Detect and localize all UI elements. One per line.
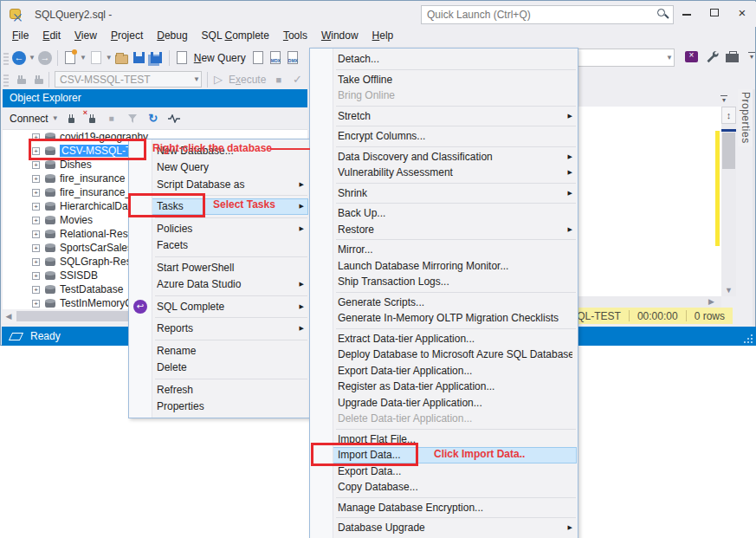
menu-item-extract-data-tier-application[interactable]: Extract Data-tier Application... [310,331,578,347]
navigate-forward-button[interactable]: → [37,50,53,66]
menu-item-new-query[interactable]: New Query [129,159,309,177]
menu-debug[interactable]: Debug [150,27,194,46]
oe-connect-button[interactable] [61,111,79,126]
scroll-right-icon[interactable]: ▶ [708,297,714,306]
menu-item-delete[interactable]: Delete [129,360,309,377]
execute-button[interactable]: Execute [229,74,266,86]
object-explorer-header[interactable]: Object Explorer [3,89,307,107]
maximize-button[interactable] [701,2,727,24]
wrench-icon[interactable] [705,49,719,63]
menu-item-script-database-as[interactable]: Script Database as▶ [129,176,309,193]
scroll-down-icon[interactable]: ▼ [721,286,736,295]
menu-item-restore[interactable]: Restore▶ [310,222,578,238]
menu-item-facets[interactable]: Facets [129,237,309,255]
menu-item-ship-transaction-logs[interactable]: Ship Transaction Logs... [310,274,578,290]
expand-icon[interactable]: + [32,258,40,266]
editor-splitter-handle[interactable]: ↕ [721,107,736,124]
expand-icon[interactable]: + [32,300,40,308]
oe-disconnect-button[interactable]: × [82,111,100,126]
scroll-left-icon[interactable]: ◀ [3,312,15,321]
menu-sql-complete[interactable]: SQL Complete [195,27,276,46]
quick-launch-input[interactable] [422,9,654,21]
scrollbar-thumb[interactable] [722,133,735,169]
expand-icon[interactable]: + [32,217,40,224]
menu-item-shrink[interactable]: Shrink▶ [310,185,578,202]
new-query-button[interactable]: New Query [194,52,246,64]
oe-filter-button[interactable] [124,111,141,126]
menu-item-detach[interactable]: Detach... [310,51,578,68]
tabstrip-overflow-icon[interactable]: ▾ [718,93,730,107]
menu-item-generate-in-memory-oltp-migration-checklists[interactable]: Generate In-Memory OLTP Migration Checkl… [310,310,578,327]
menu-item-database-upgrade[interactable]: Database Upgrade▶ [310,520,578,536]
menu-item-policies[interactable]: Policies▶ [129,220,309,237]
menu-item-reports[interactable]: Reports▶ [129,321,309,338]
toolbar-grip[interactable] [3,73,9,87]
back-dropdown-caret[interactable]: ▼ [29,54,36,62]
close-button[interactable]: × [729,2,755,24]
menu-item-upgrade-data-tier-application[interactable]: Upgrade Data-tier Application... [310,395,578,412]
menu-file[interactable]: File [5,27,36,46]
new-query-caret[interactable]: ▼ [80,54,87,62]
toolbar-overflow-icon[interactable]: ▾ [746,49,756,63]
database-combobox[interactable]: CSV-MSSQL-TEST ▼ [55,71,202,88]
expand-icon[interactable]: + [32,244,40,252]
visual-studio-icon[interactable] [685,51,698,62]
new-dmx-query-button[interactable]: DMX [285,50,300,66]
menu-item-start-powershell[interactable]: Start PowerShell [129,259,309,276]
menu-project[interactable]: Project [104,27,150,46]
menu-item-launch-database-mirroring-monitor[interactable]: Launch Database Mirroring Monitor... [310,258,578,275]
expand-icon[interactable]: + [32,161,40,169]
new-query-button-icon[interactable] [174,50,190,66]
menu-edit[interactable]: Edit [36,27,68,46]
change-connection-button[interactable] [29,72,44,88]
open-table-caret[interactable]: ▼ [106,54,113,62]
toolbox-icon[interactable] [726,54,739,62]
expand-icon[interactable]: + [32,175,40,183]
connect-button[interactable] [11,72,27,88]
toolbar-grip[interactable] [3,51,9,65]
menu-item-copy-database[interactable]: Copy Database... [310,479,578,496]
menu-item-properties[interactable]: Properties [129,399,309,416]
expand-icon[interactable]: + [32,189,40,197]
menu-item-export-data-tier-application[interactable]: Export Data-tier Application... [310,363,578,379]
connect-dropdown[interactable]: Connect [10,113,48,125]
new-query-icon-button[interactable] [62,50,78,66]
menu-item-data-discovery-and-classification[interactable]: Data Discovery and Classification▶ [310,149,578,165]
expand-icon[interactable]: + [32,286,40,294]
menu-item-deploy-database-to-microsoft-azure-sql-database[interactable]: Deploy Database to Microsoft Azure SQL D… [310,347,578,363]
menu-item-bring-online[interactable]: Bring Online [310,88,578,104]
menu-item-register-as-data-tier-application[interactable]: Register as Data-tier Application... [310,379,578,395]
oe-refresh-button[interactable]: ↻ [145,111,162,126]
new-database-engine-query-button[interactable] [250,50,266,66]
menu-tools[interactable]: Tools [276,27,314,46]
menu-item-azure-data-studio[interactable]: Azure Data Studio▶ [129,276,309,294]
menu-item-encrypt-columns[interactable]: Encrypt Columns... [310,128,578,145]
resize-grip[interactable] [744,334,753,343]
menu-item-generate-scripts[interactable]: Generate Scripts... [310,295,578,311]
oe-activity-monitor-button[interactable] [165,111,183,126]
menu-item-sql-complete[interactable]: ↩SQL Complete▶ [129,298,309,315]
save-button[interactable] [132,50,147,66]
menu-item-refresh[interactable]: Refresh [129,381,309,399]
menu-item-rename[interactable]: Rename [129,342,309,360]
open-table-button[interactable] [88,50,104,66]
minimize-button[interactable] [674,2,700,24]
menu-item-mirror[interactable]: Mirror... [310,242,578,258]
save-all-button[interactable] [149,50,165,66]
menu-item-back-up[interactable]: Back Up... [310,205,578,222]
menu-item-manage-database-encryption[interactable]: Manage Database Encryption... [310,500,578,516]
menu-window[interactable]: Window [314,27,365,46]
quick-launch-search[interactable] [421,5,674,24]
oe-stop-button[interactable]: ■ [103,111,120,126]
open-file-button[interactable] [114,50,130,66]
properties-tab[interactable]: Properties [738,89,753,146]
menu-item-delete-data-tier-application[interactable]: Delete Data-tier Application... [310,411,578,427]
menu-item-take-offline[interactable]: Take Offline [310,72,578,88]
menu-item-stretch[interactable]: Stretch▶ [310,108,578,125]
menu-item-vulnerability-assessment[interactable]: Vulnerability Assessment▶ [310,165,578,181]
editor-vertical-scrollbar[interactable]: ▼ [721,124,736,296]
expand-icon[interactable]: + [32,230,40,238]
expand-icon[interactable]: + [32,272,40,280]
new-mdx-query-button[interactable]: MDX [268,50,283,66]
menu-help[interactable]: Help [365,27,401,46]
